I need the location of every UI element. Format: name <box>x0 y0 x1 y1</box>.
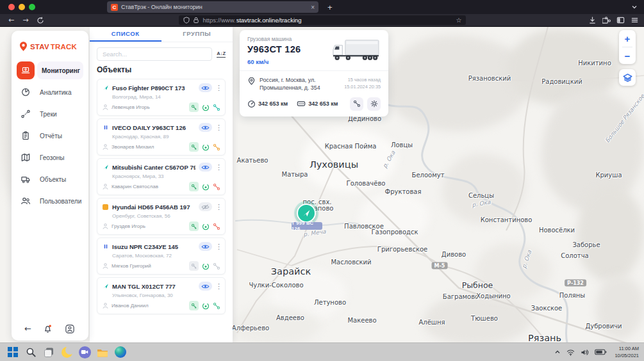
driver-name: Иванов Даниил <box>111 303 186 309</box>
key-indicator <box>189 142 199 152</box>
connection-indicator <box>212 301 220 310</box>
task-view-button[interactable] <box>41 344 56 360</box>
forward-nav-button[interactable]: → <box>22 17 28 24</box>
zoom-out-button[interactable]: − <box>619 47 636 64</box>
map-label: Рязань <box>528 333 561 343</box>
taskbar-search-button[interactable] <box>23 344 38 360</box>
vehicle-card[interactable]: Mitsubishi Canter С567ОР 790 ⋮ Красноярс… <box>97 158 226 195</box>
visibility-toggle[interactable] <box>199 242 212 251</box>
map-label: Заборье <box>572 241 600 248</box>
browser-tabbar: С СтавТрэк - Онлайн мониторин × + <box>0 0 644 14</box>
status-paused-icon <box>102 124 109 131</box>
card-menu-button[interactable]: ⋮ <box>215 283 220 290</box>
card-menu-button[interactable]: ⋮ <box>215 124 220 131</box>
browser-tab[interactable]: С СтавТрэк - Онлайн мониторин × <box>107 1 318 13</box>
key-indicator <box>189 182 199 191</box>
vehicle-list: Fuso Fighter P890CT 173 ⋮ Волгоград, Мир… <box>97 79 226 314</box>
card-menu-button[interactable]: ⋮ <box>215 243 220 250</box>
chat-app-button[interactable] <box>77 344 92 360</box>
file-explorer-button[interactable] <box>95 344 110 360</box>
map-label: Ходынино <box>476 293 510 300</box>
vehicle-card[interactable]: MAN TGL Х012СТ 777 ⋮ Ульяновск, Гончаров… <box>97 277 226 314</box>
divider <box>240 70 388 71</box>
users-icon <box>17 192 35 210</box>
map-label: Головачёво <box>347 180 386 187</box>
map-label: Авдеево <box>276 314 304 321</box>
odometer-icon <box>247 100 256 108</box>
sidebar-item-objects[interactable]: Объекты <box>17 170 83 188</box>
logo-text: STAV <box>30 43 49 51</box>
sidebar-item-geozones[interactable]: Геозоны <box>17 148 83 166</box>
visibility-toggle[interactable] <box>199 83 212 92</box>
window-close-button[interactable] <box>8 4 15 10</box>
ignition-indicator <box>201 301 210 310</box>
menu-icon[interactable] <box>631 16 639 24</box>
card-menu-button[interactable]: ⋮ <box>215 204 220 211</box>
tab-list-chevron-icon[interactable] <box>631 4 638 10</box>
downloads-icon[interactable] <box>588 16 597 24</box>
account-button[interactable] <box>64 323 76 335</box>
route-button[interactable] <box>350 97 363 111</box>
settings-button[interactable] <box>367 97 381 111</box>
visibility-toggle[interactable] <box>199 202 212 211</box>
vehicle-name: Fuso Fighter P890CT 173 <box>112 84 195 92</box>
driver-icon <box>102 262 109 269</box>
key-indicator <box>189 221 199 231</box>
clock[interactable]: 11:00 AM 10/05/2021 <box>615 345 639 360</box>
zoom-in-button[interactable]: + <box>619 30 636 47</box>
card-menu-button[interactable]: ⋮ <box>215 84 220 92</box>
vehicle-card[interactable]: Hyundai HD65 Р456АВ 197 ⋮ Оренбург, Сове… <box>97 198 226 235</box>
battery-icon[interactable] <box>595 349 607 355</box>
sidebar-item-monitoring[interactable]: Мониторинг <box>17 61 83 79</box>
driver-name: Левенцев Игорь <box>111 104 186 110</box>
vehicle-card[interactable]: Fuso Fighter P890CT 173 ⋮ Волгоград, Мир… <box>97 79 226 116</box>
volume-icon[interactable] <box>581 349 589 356</box>
map-label: Красная Пойма <box>325 143 377 150</box>
edge-browser-button[interactable] <box>113 344 128 360</box>
notifications-button[interactable] <box>42 323 54 335</box>
window-minimize-button[interactable] <box>19 4 25 10</box>
driver-name: Каварин Святослав <box>111 184 186 189</box>
window-maximize-button[interactable] <box>29 4 35 10</box>
objects-panel: СПИСОК ГРУППЫ A↓Z Объекты Fuso Fighter P… <box>90 27 233 342</box>
visibility-toggle[interactable] <box>199 282 212 291</box>
tracks-icon <box>17 105 35 123</box>
visibility-toggle[interactable] <box>199 163 212 172</box>
map-label: Макеево <box>347 317 376 324</box>
tab-list[interactable]: СПИСОК <box>90 27 161 42</box>
card-menu-button[interactable]: ⋮ <box>215 164 220 171</box>
map-label: Большое Рязанское <box>604 93 644 144</box>
vehicle-card[interactable]: IVECO DAILY У963СТ 126 ⋮ Краснодар, Крас… <box>97 118 226 156</box>
sidebar-item-reports[interactable]: Отчёты <box>17 127 83 145</box>
bookmark-star-icon[interactable]: ☆ <box>456 17 461 24</box>
map-label: Белоомут <box>412 172 445 179</box>
visibility-toggle[interactable] <box>199 123 212 132</box>
status-paused-icon <box>102 243 109 250</box>
last-update-time: 15 часов назад 15.01.2024 20:35 <box>344 76 381 92</box>
layers-button[interactable] <box>619 69 636 86</box>
app-icon-moon[interactable] <box>59 344 74 360</box>
tray-chevron-icon[interactable] <box>554 349 561 355</box>
connection-indicator <box>212 103 220 111</box>
sidebar-item-users[interactable]: Пользователи <box>17 192 83 210</box>
new-tab-button[interactable]: + <box>327 3 333 12</box>
sidebar-item-tracks[interactable]: Треки <box>17 105 83 123</box>
tab-groups[interactable]: ГРУППЫ <box>161 27 233 42</box>
extensions-icon[interactable] <box>602 16 611 24</box>
sidebar-item-analytics[interactable]: Аналитика <box>17 83 83 101</box>
map-label: Чулки-Соколово <box>249 282 303 289</box>
search-input[interactable] <box>97 47 212 61</box>
wifi-icon[interactable] <box>566 349 575 356</box>
shield-icon[interactable] <box>183 17 190 24</box>
sort-az-button[interactable]: A↓Z <box>217 51 226 58</box>
vehicle-card[interactable]: Isuzu NPR С234УЕ 145 ⋮ Саратов, Московск… <box>97 237 226 275</box>
reload-button[interactable] <box>37 17 44 24</box>
tab-close-button[interactable]: × <box>311 4 315 11</box>
monitoring-icon <box>17 61 35 79</box>
sidebar-toggle-icon[interactable] <box>616 16 625 24</box>
back-button[interactable]: ← <box>24 324 31 333</box>
start-button[interactable] <box>5 344 21 360</box>
url-bar[interactable]: https://www. stavtrack.online/tracking ☆ <box>179 15 466 25</box>
back-nav-button[interactable]: ← <box>8 17 14 24</box>
map-label: Газопроводск <box>371 229 418 236</box>
